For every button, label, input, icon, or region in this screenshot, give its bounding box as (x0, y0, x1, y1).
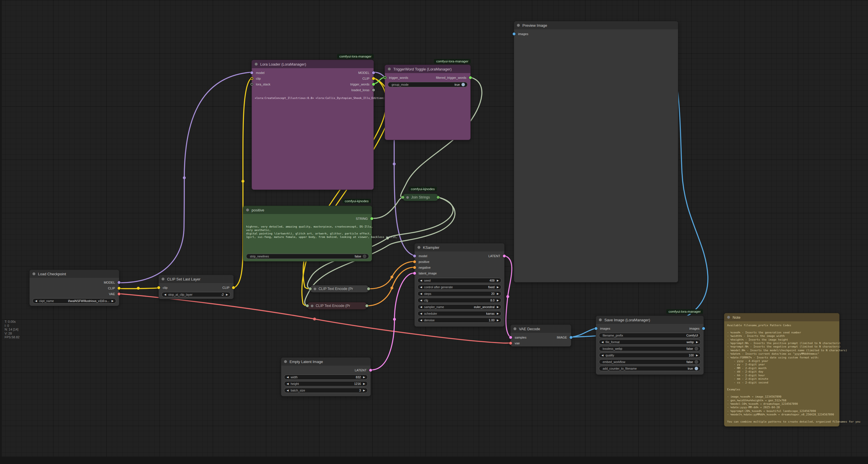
string-port[interactable] (401, 196, 404, 199)
clip-port[interactable] (309, 287, 312, 290)
widget-steps[interactable]: ◀steps20▶ (417, 291, 501, 296)
latent-port[interactable] (503, 255, 506, 257)
decrement-arrow-icon[interactable]: ◀ (287, 383, 289, 385)
increment-arrow-icon[interactable]: ▶ (696, 354, 698, 357)
widget-file-format[interactable]: ◀file_formatwebp▶ (599, 340, 701, 345)
clip-port[interactable] (372, 77, 375, 80)
collapse-dot-icon[interactable] (388, 67, 391, 70)
increment-arrow-icon[interactable]: ▶ (363, 383, 365, 385)
clip-port[interactable] (232, 286, 235, 289)
collapse-dot-icon[interactable] (599, 318, 602, 321)
widget-height[interactable]: ◀height1216▶ (284, 381, 368, 386)
widget-denoise[interactable]: ◀denoise1.00▶ (417, 318, 501, 323)
node-clip-text-encode-positive[interactable]: CLIP Text Encode (Pr (310, 285, 369, 293)
increment-arrow-icon[interactable]: ▶ (696, 341, 698, 344)
decrement-arrow-icon[interactable]: ◀ (420, 306, 422, 308)
node-triggerword-toggle[interactable]: TriggerWord Toggle (LoraManager) trigger… (385, 65, 471, 140)
conditioning-port[interactable] (367, 287, 370, 290)
node-title-bar[interactable]: Lora Loader (LoraManager) (252, 60, 373, 68)
collapse-dot-icon[interactable] (284, 360, 287, 363)
toggle-dot-icon[interactable] (461, 83, 465, 86)
loras-text[interactable]: <lora:CreateConcept_Illustrious:0.8> <lo… (255, 96, 371, 100)
collapse-dot-icon[interactable] (162, 278, 164, 281)
node-title-bar[interactable]: VAE Decode (510, 325, 571, 333)
node-title-bar[interactable]: CLIP Set Last Layer (159, 275, 234, 283)
decrement-arrow-icon[interactable]: ◀ (420, 312, 422, 315)
increment-arrow-icon[interactable]: ▶ (497, 286, 499, 289)
prompt-text[interactable]: highres, very detailed, amazing quality,… (246, 225, 369, 254)
node-title-bar[interactable]: Preview Image (514, 21, 678, 29)
increment-arrow-icon[interactable]: ▶ (497, 279, 499, 282)
node-positive-prompt[interactable]: positive STRING highres, very detailed, … (243, 206, 372, 261)
widget-batch-size[interactable]: ◀batch_size3▶ (284, 388, 368, 393)
increment-arrow-icon[interactable]: ▶ (497, 306, 499, 308)
widget-quality[interactable]: ◀quality100▶ (599, 353, 701, 358)
collapse-dot-icon[interactable] (727, 316, 730, 319)
increment-arrow-icon[interactable]: ▶ (112, 300, 114, 302)
node-title-bar[interactable]: positive (243, 206, 372, 214)
widget-stop-at-clip-layer[interactable]: ◀stop_at_clip_layer-2▶ (162, 292, 230, 297)
node-ksampler[interactable]: KSampler modelLATENTpositivenegativelate… (414, 243, 504, 327)
node-save-image[interactable]: Save Image (LoraManager) imagesimages fi… (596, 316, 704, 375)
toggle-dot-icon[interactable] (363, 255, 366, 258)
decrement-arrow-icon[interactable]: ◀ (420, 293, 422, 295)
toggle-dot-icon[interactable] (694, 367, 698, 370)
vae-port[interactable] (509, 342, 512, 345)
toggle-dot-icon[interactable] (694, 360, 698, 364)
image-port[interactable] (569, 336, 572, 339)
node-title-bar[interactable]: Note (724, 313, 839, 321)
widget-sampler-name[interactable]: ◀sampler_nameeuler_ancestral▶ (417, 304, 501, 310)
latent-port[interactable] (509, 336, 512, 339)
node-lora-loader[interactable]: Lora Loader (LoraManager) modelMODELclip… (252, 60, 374, 190)
image-port[interactable] (513, 32, 516, 35)
increment-arrow-icon[interactable]: ▶ (497, 293, 499, 295)
misc-port[interactable] (250, 83, 253, 86)
clip-port[interactable] (118, 287, 121, 290)
decrement-arrow-icon[interactable]: ◀ (420, 286, 422, 289)
node-clip-text-encode-negative[interactable]: CLIP Text Encode (Pr (307, 302, 367, 310)
string-port[interactable] (383, 76, 386, 79)
note-text[interactable]: Available filename_prefix Pattern Codes … (727, 324, 836, 424)
conditioning-port[interactable] (413, 260, 416, 263)
decrement-arrow-icon[interactable]: ◀ (420, 319, 422, 322)
image-port[interactable] (702, 327, 705, 330)
model-port[interactable] (118, 281, 121, 284)
misc-port[interactable] (372, 89, 375, 91)
model-port[interactable] (372, 71, 375, 74)
toggle-dot-icon[interactable] (694, 347, 698, 350)
widget-scheduler[interactable]: ◀schedulerkarras▶ (417, 311, 501, 316)
increment-arrow-icon[interactable]: ▶ (226, 293, 228, 296)
node-preview-image[interactable]: Preview Image images (514, 21, 678, 283)
node-title-bar[interactable]: Save Image (LoraManager) (596, 316, 704, 324)
string-port[interactable] (372, 83, 375, 86)
increment-arrow-icon[interactable]: ▶ (497, 312, 499, 315)
decrement-arrow-icon[interactable]: ◀ (35, 300, 37, 302)
collapse-dot-icon[interactable] (514, 327, 516, 330)
widget-width[interactable]: ◀width832▶ (284, 375, 368, 380)
node-title-bar[interactable]: TriggerWord Toggle (LoraManager) (385, 65, 470, 73)
node-title-bar[interactable]: Empty Latent Image (281, 357, 371, 366)
decrement-arrow-icon[interactable]: ◀ (287, 376, 289, 379)
node-join-strings[interactable]: Join Strings (403, 194, 438, 201)
increment-arrow-icon[interactable]: ▶ (363, 389, 365, 392)
clip-port[interactable] (157, 286, 160, 289)
model-port[interactable] (250, 71, 253, 74)
node-note[interactable]: Note Available filename_prefix Pattern C… (724, 313, 840, 427)
model-port[interactable] (413, 255, 416, 257)
decrement-arrow-icon[interactable]: ◀ (287, 389, 289, 392)
widget-strip-newlines[interactable]: strip_newlinesfalse (246, 254, 369, 259)
increment-arrow-icon[interactable]: ▶ (497, 299, 499, 302)
node-clip-set-last-layer[interactable]: CLIP Set Last Layer clipCLIP ◀stop_at_cl… (158, 275, 234, 299)
string-port[interactable] (370, 217, 373, 220)
collapse-dot-icon[interactable] (517, 24, 520, 27)
collapse-dot-icon[interactable] (32, 272, 35, 275)
string-port[interactable] (437, 196, 440, 199)
decrement-arrow-icon[interactable]: ◀ (601, 341, 603, 344)
string-port[interactable] (469, 76, 472, 79)
collapse-dot-icon[interactable] (406, 196, 409, 199)
clip-port[interactable] (306, 304, 309, 307)
widget-seed[interactable]: ◀seed409▶ (417, 278, 501, 283)
widget-control-after-generate[interactable]: ◀control after generatefixed▶ (417, 285, 501, 290)
clip-port[interactable] (250, 77, 253, 80)
widget-lossless-webp[interactable]: lossless_webpfalse (599, 346, 701, 351)
